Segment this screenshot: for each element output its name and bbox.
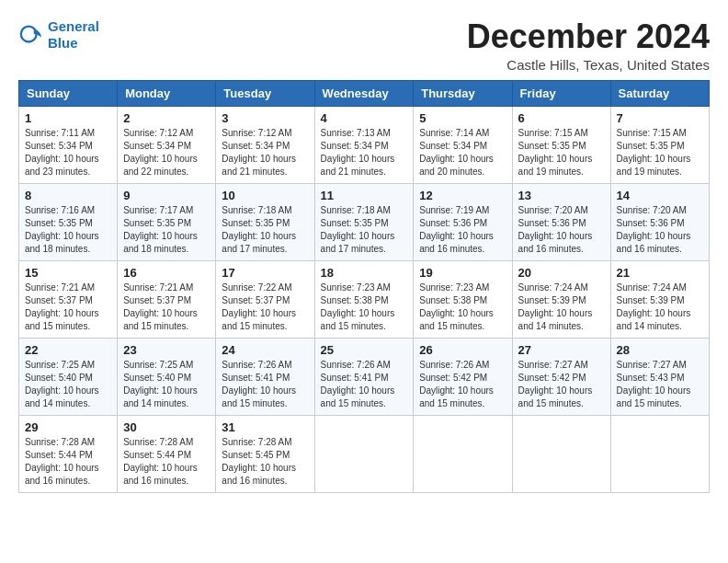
day-detail: Sunrise: 7:24 AMSunset: 5:39 PMDaylight:… xyxy=(617,282,691,331)
day-detail: Sunrise: 7:24 AMSunset: 5:39 PMDaylight:… xyxy=(518,282,593,331)
table-row: 10 Sunrise: 7:18 AMSunset: 5:35 PMDaylig… xyxy=(216,183,314,260)
day-number: 5 xyxy=(419,111,506,125)
day-detail: Sunrise: 7:11 AMSunset: 5:34 PMDaylight:… xyxy=(25,128,99,177)
table-row: 27 Sunrise: 7:27 AMSunset: 5:42 PMDaylig… xyxy=(512,338,610,415)
day-detail: Sunrise: 7:23 AMSunset: 5:38 PMDaylight:… xyxy=(321,282,395,331)
table-row xyxy=(314,415,414,492)
table-row: 5 Sunrise: 7:14 AMSunset: 5:34 PMDayligh… xyxy=(414,106,512,183)
day-detail: Sunrise: 7:14 AMSunset: 5:34 PMDaylight:… xyxy=(419,128,494,177)
day-number: 7 xyxy=(617,111,703,125)
day-number: 13 xyxy=(518,189,605,202)
col-monday: Monday xyxy=(118,80,216,106)
col-sunday: Sunday xyxy=(19,80,118,106)
day-number: 10 xyxy=(222,189,308,202)
location-title: Castle Hills, Texas, United States xyxy=(467,57,710,73)
day-number: 16 xyxy=(123,266,210,280)
day-detail: Sunrise: 7:20 AMSunset: 5:36 PMDaylight:… xyxy=(518,205,593,254)
calendar-table: Sunday Monday Tuesday Wednesday Thursday… xyxy=(18,80,710,493)
day-number: 2 xyxy=(123,111,210,125)
table-row: 25 Sunrise: 7:26 AMSunset: 5:41 PMDaylig… xyxy=(314,338,414,415)
table-row xyxy=(414,415,512,492)
table-row: 29 Sunrise: 7:28 AMSunset: 5:44 PMDaylig… xyxy=(19,415,118,492)
day-detail: Sunrise: 7:21 AMSunset: 5:37 PMDaylight:… xyxy=(25,282,99,331)
table-row: 9 Sunrise: 7:17 AMSunset: 5:35 PMDayligh… xyxy=(118,183,216,260)
day-number: 8 xyxy=(25,189,111,202)
day-detail: Sunrise: 7:18 AMSunset: 5:35 PMDaylight:… xyxy=(222,205,296,254)
day-number: 3 xyxy=(222,111,308,125)
table-row: 28 Sunrise: 7:27 AMSunset: 5:43 PMDaylig… xyxy=(610,338,709,415)
month-title: December 2024 xyxy=(467,18,710,55)
table-row: 30 Sunrise: 7:28 AMSunset: 5:44 PMDaylig… xyxy=(118,415,216,492)
header: General Blue December 2024 Castle Hills,… xyxy=(18,18,710,73)
day-number: 4 xyxy=(321,111,408,125)
col-thursday: Thursday xyxy=(414,80,512,106)
calendar-header-row: Sunday Monday Tuesday Wednesday Thursday… xyxy=(19,80,710,106)
day-number: 14 xyxy=(617,189,703,202)
day-detail: Sunrise: 7:12 AMSunset: 5:34 PMDaylight:… xyxy=(222,128,296,177)
calendar-row: 29 Sunrise: 7:28 AMSunset: 5:44 PMDaylig… xyxy=(19,415,710,492)
day-number: 21 xyxy=(617,266,703,280)
day-detail: Sunrise: 7:12 AMSunset: 5:34 PMDaylight:… xyxy=(123,128,198,177)
table-row: 17 Sunrise: 7:22 AMSunset: 5:37 PMDaylig… xyxy=(216,260,314,338)
day-detail: Sunrise: 7:26 AMSunset: 5:41 PMDaylight:… xyxy=(222,360,296,408)
table-row: 3 Sunrise: 7:12 AMSunset: 5:34 PMDayligh… xyxy=(216,106,314,183)
day-number: 17 xyxy=(222,266,308,280)
day-detail: Sunrise: 7:21 AMSunset: 5:37 PMDaylight:… xyxy=(123,282,198,331)
day-detail: Sunrise: 7:28 AMSunset: 5:45 PMDaylight:… xyxy=(222,437,296,486)
table-row: 15 Sunrise: 7:21 AMSunset: 5:37 PMDaylig… xyxy=(19,260,118,338)
page-container: General Blue December 2024 Castle Hills,… xyxy=(18,18,710,493)
day-number: 31 xyxy=(222,420,308,434)
col-friday: Friday xyxy=(512,80,610,106)
day-number: 29 xyxy=(25,420,111,434)
day-number: 11 xyxy=(321,189,408,202)
day-number: 27 xyxy=(518,343,605,357)
table-row xyxy=(512,415,610,492)
day-number: 19 xyxy=(419,266,506,280)
table-row: 19 Sunrise: 7:23 AMSunset: 5:38 PMDaylig… xyxy=(414,260,512,338)
day-number: 6 xyxy=(518,111,605,125)
table-row xyxy=(610,415,709,492)
day-detail: Sunrise: 7:27 AMSunset: 5:43 PMDaylight:… xyxy=(617,360,691,408)
table-row: 13 Sunrise: 7:20 AMSunset: 5:36 PMDaylig… xyxy=(512,183,610,260)
title-area: December 2024 Castle Hills, Texas, Unite… xyxy=(467,18,710,73)
day-number: 30 xyxy=(123,420,210,434)
col-tuesday: Tuesday xyxy=(216,80,314,106)
logo-line1: General xyxy=(48,18,99,34)
day-detail: Sunrise: 7:20 AMSunset: 5:36 PMDaylight:… xyxy=(617,205,691,254)
table-row: 18 Sunrise: 7:23 AMSunset: 5:38 PMDaylig… xyxy=(314,260,414,338)
day-detail: Sunrise: 7:13 AMSunset: 5:34 PMDaylight:… xyxy=(321,128,395,177)
day-number: 26 xyxy=(419,343,506,357)
table-row: 2 Sunrise: 7:12 AMSunset: 5:34 PMDayligh… xyxy=(118,106,216,183)
col-wednesday: Wednesday xyxy=(314,80,414,106)
day-detail: Sunrise: 7:28 AMSunset: 5:44 PMDaylight:… xyxy=(123,437,198,486)
table-row: 7 Sunrise: 7:15 AMSunset: 5:35 PMDayligh… xyxy=(610,106,709,183)
day-detail: Sunrise: 7:28 AMSunset: 5:44 PMDaylight:… xyxy=(25,437,99,486)
day-number: 22 xyxy=(25,343,111,357)
calendar-row: 15 Sunrise: 7:21 AMSunset: 5:37 PMDaylig… xyxy=(19,260,710,338)
day-number: 18 xyxy=(321,266,408,280)
table-row: 22 Sunrise: 7:25 AMSunset: 5:40 PMDaylig… xyxy=(19,338,118,415)
day-number: 15 xyxy=(25,266,111,280)
table-row: 23 Sunrise: 7:25 AMSunset: 5:40 PMDaylig… xyxy=(118,338,216,415)
day-detail: Sunrise: 7:16 AMSunset: 5:35 PMDaylight:… xyxy=(25,205,99,254)
day-detail: Sunrise: 7:22 AMSunset: 5:37 PMDaylight:… xyxy=(222,282,296,331)
table-row: 8 Sunrise: 7:16 AMSunset: 5:35 PMDayligh… xyxy=(19,183,118,260)
day-number: 20 xyxy=(518,266,605,280)
day-detail: Sunrise: 7:15 AMSunset: 5:35 PMDaylight:… xyxy=(518,128,593,177)
day-detail: Sunrise: 7:15 AMSunset: 5:35 PMDaylight:… xyxy=(617,128,691,177)
day-number: 25 xyxy=(321,343,408,357)
table-row: 26 Sunrise: 7:26 AMSunset: 5:42 PMDaylig… xyxy=(414,338,512,415)
table-row: 4 Sunrise: 7:13 AMSunset: 5:34 PMDayligh… xyxy=(314,106,414,183)
logo: General Blue xyxy=(18,18,99,52)
calendar-row: 1 Sunrise: 7:11 AMSunset: 5:34 PMDayligh… xyxy=(19,106,710,183)
day-number: 12 xyxy=(419,189,506,202)
table-row: 12 Sunrise: 7:19 AMSunset: 5:36 PMDaylig… xyxy=(414,183,512,260)
table-row: 1 Sunrise: 7:11 AMSunset: 5:34 PMDayligh… xyxy=(19,106,118,183)
calendar-row: 22 Sunrise: 7:25 AMSunset: 5:40 PMDaylig… xyxy=(19,338,710,415)
day-detail: Sunrise: 7:26 AMSunset: 5:42 PMDaylight:… xyxy=(419,360,494,408)
table-row: 21 Sunrise: 7:24 AMSunset: 5:39 PMDaylig… xyxy=(610,260,709,338)
logo-text: General Blue xyxy=(48,18,99,52)
day-number: 23 xyxy=(123,343,210,357)
day-detail: Sunrise: 7:23 AMSunset: 5:38 PMDaylight:… xyxy=(419,282,494,331)
calendar-row: 8 Sunrise: 7:16 AMSunset: 5:35 PMDayligh… xyxy=(19,183,710,260)
